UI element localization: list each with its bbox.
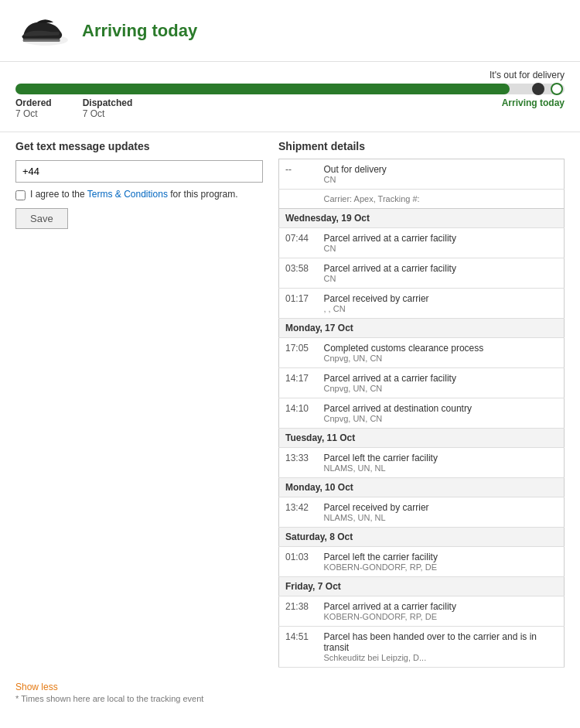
times-note: * Times shown here are local to the trac… [15,694,565,703]
section-header-sat8: Saturday, 8 Oct [279,528,565,547]
carrier-info-row: Carrier: Apex, Tracking #: [279,190,565,209]
table-row: 14:17 Parcel arrived at a carrier facili… [279,368,565,398]
table-row: 21:38 Parcel arrived at a carrier facili… [279,596,565,627]
carrier-info: Carrier: Apex, Tracking #: [318,190,565,209]
event-desc: Completed customs clearance process Cnpv… [318,338,565,368]
event-time: 14:10 [279,398,318,429]
event-time: 14:51 [279,627,318,668]
event-desc: Parcel received by carrier , , CN [318,289,565,319]
progress-bar [15,84,565,94]
section-header-mon10: Monday, 10 Oct [279,478,565,497]
arriving-today-label: Arriving today [502,97,565,119]
table-row: 13:33 Parcel left the carrier facility N… [279,448,565,478]
product-image [15,9,70,52]
section-header-mon17-label: Monday, 17 Oct [279,319,565,338]
section-header-sat8-label: Saturday, 8 Oct [279,528,565,547]
section-header-wed19: Wednesday, 19 Oct [279,209,565,228]
show-less-link[interactable]: Show less [15,682,58,692]
dispatched-label-group: Dispatched 7 Oct [83,97,133,119]
progress-labels: Ordered 7 Oct Dispatched 7 Oct Arriving … [15,97,565,119]
ordered-label: Ordered [15,97,52,108]
table-row: 01:03 Parcel left the carrier facility K… [279,547,565,577]
out-delivery-status: Out for delivery [324,164,558,175]
section-header-tue11-label: Tuesday, 11 Oct [279,429,565,448]
terms-checkbox[interactable] [15,190,26,200]
right-panel: Shipment details -- Out for delivery CN … [278,140,565,668]
event-time: 13:42 [279,497,318,528]
show-less-section: Show less * Times shown here are local t… [0,675,580,709]
progress-fill [15,84,510,94]
save-button[interactable]: Save [15,208,68,229]
event-desc: Parcel arrived at a carrier facility KOB… [318,596,565,627]
dispatched-date: 7 Oct [83,108,133,119]
table-row: 03:58 Parcel arrived at a carrier facili… [279,258,565,289]
event-desc: Parcel left the carrier facility NLAMS, … [318,448,565,478]
terms-link[interactable]: Terms & Conditions [87,189,168,200]
arriving-dot [551,83,563,95]
terms-text: I agree to the Terms & Conditions for th… [30,189,238,200]
table-row: 13:42 Parcel received by carrier NLAMS, … [279,497,565,528]
out-delivery-desc: Out for delivery CN [318,159,565,190]
table-row: 07:44 Parcel arrived at a carrier facili… [279,228,565,258]
out-delivery-time: -- [279,159,318,190]
svg-rect-2 [23,40,60,42]
event-desc: Parcel left the carrier facility KOBERN-… [318,547,565,577]
main-content: Get text message updates I agree to the … [0,132,580,675]
section-header-tue11: Tuesday, 11 Oct [279,429,565,448]
section-header-wed19-label: Wednesday, 19 Oct [279,209,565,228]
event-desc: Parcel has been handed over to the carri… [318,627,565,668]
section-header-fri7-label: Friday, 7 Oct [279,577,565,596]
event-desc: Parcel arrived at destination country Cn… [318,398,565,429]
event-time: 13:33 [279,448,318,478]
event-time: 03:58 [279,258,318,289]
section-header-mon10-label: Monday, 10 Oct [279,478,565,497]
shipment-table: -- Out for delivery CN Carrier: Apex, Tr… [278,159,565,668]
table-row: 14:10 Parcel arrived at destination coun… [279,398,565,429]
event-desc: Parcel arrived at a carrier facility CN [318,258,565,289]
out-delivery-location: CN [324,175,558,184]
section-header-mon17: Monday, 17 Oct [279,319,565,338]
dispatched-label: Dispatched [83,97,133,108]
sms-updates-title: Get text message updates [15,140,263,152]
event-desc: Parcel received by carrier NLAMS, UN, NL [318,497,565,528]
table-row: 14:51 Parcel has been handed over to the… [279,627,565,668]
terms-checkbox-row: I agree to the Terms & Conditions for th… [15,189,263,200]
event-time: 01:17 [279,289,318,319]
section-header-fri7: Friday, 7 Oct [279,577,565,596]
header-title: Arriving today [82,21,197,41]
event-time: 21:38 [279,596,318,627]
progress-section: It's out for delivery Ordered 7 Oct Disp… [0,62,580,132]
event-desc: Parcel arrived at a carrier facility CN [318,228,565,258]
shipment-details-title: Shipment details [278,140,565,152]
phone-input[interactable] [15,160,263,183]
ordered-label-group: Ordered 7 Oct [15,97,52,119]
page-header: Arriving today [0,0,580,62]
event-time: 17:05 [279,338,318,368]
event-time: 01:03 [279,547,318,577]
table-row: 01:17 Parcel received by carrier , , CN [279,289,565,319]
event-time: 07:44 [279,228,318,258]
event-desc: Parcel arrived at a carrier facility Cnp… [318,368,565,398]
ordered-date: 7 Oct [15,108,52,119]
dispatched-dot [532,83,544,95]
table-row: 17:05 Completed customs clearance proces… [279,338,565,368]
delivery-status-label: It's out for delivery [15,70,565,80]
out-for-delivery-row: -- Out for delivery CN [279,159,565,190]
left-panel: Get text message updates I agree to the … [15,140,263,668]
event-time: 14:17 [279,368,318,398]
